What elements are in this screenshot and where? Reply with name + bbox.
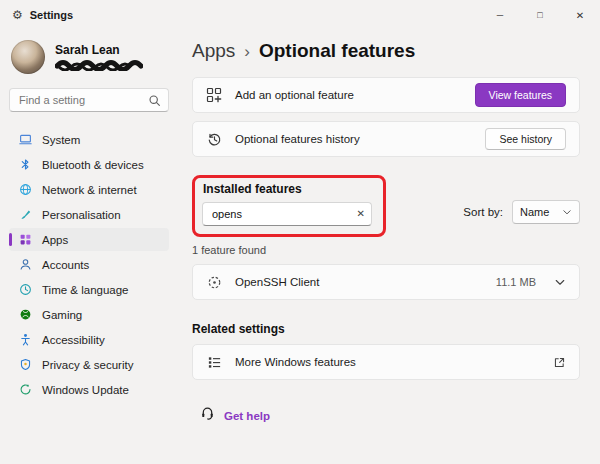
more-features-label: More Windows features (235, 356, 356, 368)
person-icon (19, 258, 32, 271)
history-row: Optional features history See history (192, 121, 580, 157)
user-name: Sarah Lean (55, 43, 143, 57)
minimize-icon[interactable]: ─ (480, 0, 520, 30)
selected-indicator (9, 233, 12, 246)
redaction-scribble-icon (55, 60, 143, 71)
get-help-row: Get help (192, 406, 580, 425)
view-features-button[interactable]: View features (475, 83, 566, 107)
clear-search-icon[interactable]: ✕ (357, 207, 365, 220)
bluetooth-icon (19, 158, 32, 171)
sidebar-item-personalisation[interactable]: Personalisation (9, 203, 169, 226)
sidebar-item-label: Network & internet (42, 184, 137, 196)
breadcrumb-apps[interactable]: Apps (192, 40, 235, 62)
page-title: Optional features (259, 40, 415, 62)
sidebar-item-label: Gaming (42, 309, 82, 321)
settings-window: { "titlebar": { "title": "Settings" }, "… (0, 0, 600, 464)
sidebar-item-label: Bluetooth & devices (42, 159, 144, 171)
user-profile[interactable]: Sarah Lean (9, 36, 169, 74)
sidebar-nav: System Bluetooth & devices Network & int… (9, 128, 169, 401)
sidebar-item-time-language[interactable]: Time & language (9, 278, 169, 301)
search-icon (148, 93, 161, 111)
network-globe-icon (19, 183, 32, 196)
grid-plus-icon (206, 87, 222, 103)
result-count: 1 feature found (192, 244, 580, 256)
breadcrumb: Apps › Optional features (192, 40, 580, 62)
annotation-highlight: Installed features ✕ (192, 175, 386, 237)
feature-name: OpenSSH Client (235, 276, 319, 288)
sidebar-item-label: Windows Update (42, 384, 129, 396)
chevron-right-icon: › (244, 42, 250, 62)
external-link-icon[interactable] (553, 356, 566, 369)
expand-chevron-down-icon[interactable] (554, 276, 566, 288)
close-icon[interactable]: ✕ (560, 0, 600, 30)
feature-size: 11.1 MB (496, 276, 536, 288)
main-content: Apps › Optional features Add an optional… (178, 30, 600, 464)
sidebar: Sarah Lean System Bluetooth & devices Ne… (0, 30, 178, 464)
settings-gear-icon: ⚙ (12, 9, 23, 21)
sort-dropdown[interactable]: Name (512, 200, 580, 224)
maximize-icon[interactable]: □ (520, 0, 560, 30)
sidebar-item-windows-update[interactable]: Windows Update (9, 378, 169, 401)
get-help-icon (200, 406, 215, 425)
sidebar-item-accessibility[interactable]: Accessibility (9, 328, 169, 351)
xbox-icon (19, 308, 32, 321)
search-input[interactable] (9, 88, 169, 112)
accessibility-person-icon (19, 333, 32, 346)
paintbrush-icon (19, 208, 32, 221)
sort-by-label: Sort by: (463, 206, 503, 218)
history-label: Optional features history (235, 133, 360, 145)
add-feature-row: Add an optional feature View features (192, 77, 580, 113)
add-feature-label: Add an optional feature (235, 89, 354, 101)
window-controls: ─ □ ✕ (480, 0, 600, 30)
avatar[interactable] (11, 40, 45, 74)
sidebar-item-label: Apps (42, 234, 68, 246)
sidebar-item-label: System (42, 134, 80, 146)
sidebar-item-bluetooth[interactable]: Bluetooth & devices (9, 153, 169, 176)
apps-icon (19, 233, 32, 246)
openssh-row[interactable]: OpenSSH Client 11.1 MB (192, 264, 580, 300)
sidebar-item-label: Personalisation (42, 209, 121, 221)
get-help-link[interactable]: Get help (224, 410, 270, 422)
installed-features-heading: Installed features (203, 182, 372, 196)
sidebar-item-network[interactable]: Network & internet (9, 178, 169, 201)
sidebar-item-label: Accounts (42, 259, 89, 271)
sort-controls: Sort by: Name (463, 200, 580, 224)
sidebar-item-apps[interactable]: Apps (9, 228, 169, 251)
see-history-button[interactable]: See history (485, 128, 566, 150)
sidebar-item-system[interactable]: System (9, 128, 169, 151)
sidebar-item-label: Privacy & security (42, 359, 133, 371)
sort-value: Name (520, 206, 549, 218)
sidebar-item-accounts[interactable]: Accounts (9, 253, 169, 276)
feature-list-icon (206, 355, 222, 370)
sidebar-item-label: Accessibility (42, 334, 105, 346)
more-windows-features-row[interactable]: More Windows features (192, 344, 580, 380)
clock-icon (19, 283, 32, 296)
sidebar-item-privacy[interactable]: Privacy & security (9, 353, 169, 376)
sidebar-item-label: Time & language (42, 284, 129, 296)
sidebar-item-gaming[interactable]: Gaming (9, 303, 169, 326)
related-settings-heading: Related settings (192, 322, 580, 336)
update-arrows-icon (19, 383, 32, 396)
history-icon (206, 132, 222, 147)
feature-search-input[interactable] (202, 202, 372, 226)
shield-icon (19, 358, 32, 371)
app-title: Settings (30, 9, 73, 21)
system-icon (19, 133, 32, 146)
chevron-down-icon (562, 207, 572, 217)
openssh-icon (206, 275, 222, 290)
